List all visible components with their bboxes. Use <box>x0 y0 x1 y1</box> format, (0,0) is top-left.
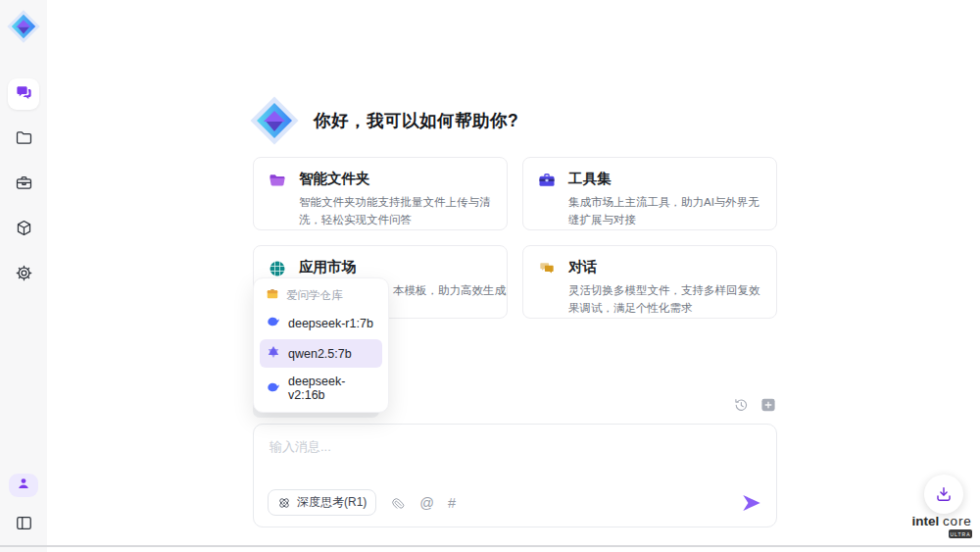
card-body: 对话 灵活切换多模型文件，支持多样回复效果调试，满足个性化需求 <box>568 258 762 306</box>
user-icon <box>16 476 31 495</box>
model-option-qwen[interactable]: qwen2.5:7b <box>260 339 382 368</box>
cube-icon <box>15 219 33 241</box>
send-button[interactable] <box>741 492 762 514</box>
collapse-panel-icon <box>15 514 33 536</box>
sidebar <box>0 0 47 552</box>
card-description: 灵活切换多模型文件，支持多样回复效果调试，满足个性化需求 <box>568 281 762 318</box>
send-icon <box>741 492 762 514</box>
history-icon[interactable] <box>732 396 750 414</box>
message-input-placeholder: 输入消息... <box>270 438 331 456</box>
card-title: 应用市场 <box>299 258 508 276</box>
model-option-deepseek-r1[interactable]: deepseek-r1:7b <box>260 309 382 337</box>
card-title: 智能文件夹 <box>299 170 493 188</box>
sidebar-item-models[interactable] <box>8 214 39 245</box>
app-logo <box>7 10 40 43</box>
atom-icon <box>277 496 291 510</box>
ultra-badge: ULTRA <box>949 529 972 538</box>
app-window: 你好，我可以如何帮助你? 智能文件夹 智能文件夹功能支持批量文件上传与清洗，轻松… <box>0 0 980 552</box>
message-input[interactable]: 输入消息... 深度思考(R1) @ # <box>253 424 777 527</box>
sidebar-item-collapse[interactable] <box>8 509 39 540</box>
deepseek-whale-icon <box>266 379 281 398</box>
smart-folder-icon <box>268 171 287 190</box>
gear-icon <box>15 264 33 286</box>
conversation-actions <box>732 396 777 414</box>
greeting-title: 你好，我可以如何帮助你? <box>314 109 518 132</box>
model-option-label: qwen2.5:7b <box>288 347 352 361</box>
model-option-label: deepseek-r1:7b <box>288 317 373 330</box>
model-option-label: deepseek-v2:16b <box>288 375 376 402</box>
window-bottom-edge <box>0 545 980 547</box>
sidebar-item-settings[interactable] <box>8 259 39 290</box>
greeting: 你好，我可以如何帮助你? <box>250 96 518 145</box>
repository-icon <box>266 287 279 303</box>
deep-think-button[interactable]: 深度思考(R1) <box>268 489 376 516</box>
new-chat-icon[interactable] <box>760 396 777 414</box>
intel-core-logo: intel core ULTRA <box>906 514 978 538</box>
folder-icon <box>15 128 33 151</box>
sidebar-item-chat[interactable] <box>8 78 39 110</box>
download-fab[interactable] <box>924 475 963 514</box>
chat-bubbles-icon <box>15 83 33 106</box>
card-smart-folder[interactable]: 智能文件夹 智能文件夹功能支持批量文件上传与清洗，轻松实现文件问答 <box>253 157 508 230</box>
core-word: core <box>943 514 971 528</box>
download-icon <box>934 484 954 504</box>
app-market-globe-icon <box>268 259 287 278</box>
sidebar-item-toolbox[interactable] <box>8 169 39 200</box>
model-group-label: 爱问学仓库 <box>286 288 343 303</box>
card-description-visible: 本模板，助力高效生成多 <box>393 281 508 299</box>
paperclip-icon[interactable] <box>390 495 406 511</box>
deep-think-label: 深度思考(R1) <box>297 494 367 511</box>
model-group-header: 爱问学仓库 <box>260 283 382 307</box>
dialog-bubbles-icon <box>537 259 557 278</box>
qwen-star-icon <box>266 344 281 363</box>
composer-toolbar: 深度思考(R1) @ # <box>268 489 762 516</box>
hash-icon[interactable]: # <box>448 495 456 511</box>
toolset-briefcase-icon <box>537 171 557 190</box>
card-title: 对话 <box>568 258 762 276</box>
sidebar-item-profile[interactable] <box>9 474 38 497</box>
card-body: 工具集 集成市场上主流工具，助力AI与外界无缝扩展与对接 <box>568 170 762 218</box>
intel-word: intel <box>912 514 940 528</box>
card-description: 智能文件夹功能支持批量文件上传与清洗，轻松实现文件问答 <box>299 193 493 229</box>
briefcase-icon <box>15 174 33 196</box>
intel-core-text: intel core <box>906 514 978 528</box>
card-description: 集成市场上主流工具，助力AI与外界无缝扩展与对接 <box>568 193 762 229</box>
card-dialog[interactable]: 对话 灵活切换多模型文件，支持多样回复效果调试，满足个性化需求 <box>522 245 777 319</box>
greeting-logo <box>250 96 299 145</box>
card-body: 智能文件夹 智能文件夹功能支持批量文件上传与清洗，轻松实现文件问答 <box>299 170 493 218</box>
card-title: 工具集 <box>568 170 762 188</box>
model-dropdown: 爱问学仓库 deepseek-r1:7b qwen2.5:7b deepseek… <box>253 277 389 413</box>
model-option-deepseek-v2[interactable]: deepseek-v2:16b <box>260 370 382 407</box>
card-toolset[interactable]: 工具集 集成市场上主流工具，助力AI与外界无缝扩展与对接 <box>522 157 777 230</box>
at-icon[interactable]: @ <box>419 495 434 511</box>
deepseek-whale-icon <box>266 314 281 332</box>
sidebar-item-folders[interactable] <box>8 124 39 155</box>
